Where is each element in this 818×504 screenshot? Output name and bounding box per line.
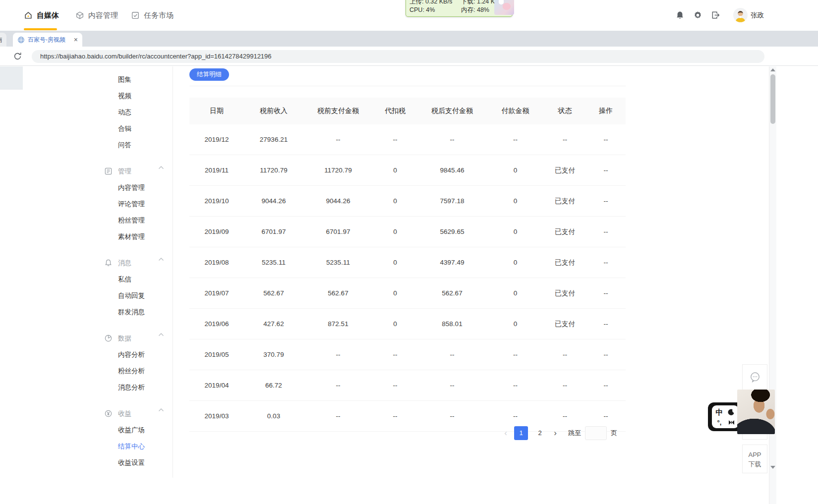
user-avatar[interactable] — [733, 8, 748, 22]
table-cell: 370.79 — [244, 339, 303, 370]
clipped-tab-fragment[interactable]: 南 — [0, 33, 6, 47]
active-nav-underline — [24, 28, 57, 30]
app-download-line1: APP — [743, 450, 767, 459]
table-cell: -- — [586, 155, 626, 186]
table-cell: 9044.26 — [244, 186, 303, 217]
table-cell: 0 — [373, 186, 417, 217]
page-jump-input[interactable] — [585, 426, 607, 440]
table-cell: 562.67 — [244, 278, 303, 309]
logout-icon[interactable] — [711, 10, 720, 20]
nav-tab-content-management[interactable]: 内容管理 — [75, 0, 118, 31]
scroll-down-arrow-icon[interactable] — [770, 466, 775, 469]
table-cell: -- — [373, 370, 417, 401]
table-cell: 0 — [487, 278, 544, 309]
table-cell: -- — [417, 339, 487, 370]
table-cell: 2019/03 — [189, 401, 244, 432]
table-cell: 11720.79 — [303, 155, 373, 186]
reload-icon[interactable] — [13, 52, 22, 61]
table-cell: 0 — [487, 309, 544, 339]
globe-icon — [17, 36, 25, 44]
sidebar-item[interactable]: 素材管理 — [97, 228, 171, 245]
upload-speed: 上传: 0.32 KB/s — [409, 0, 461, 6]
sidebar-item[interactable]: 私信 — [97, 271, 171, 287]
table-cell: 9044.26 — [303, 186, 373, 217]
browser-tab-active[interactable]: 百家号-房视频 × — [13, 33, 82, 47]
screen: 自媒体 内容管理 任务市场 上传: 0.32 KB/s 下载: 1.24 KB/… — [0, 0, 818, 504]
table-cell: -- — [303, 370, 373, 401]
sidebar-item[interactable]: 收益广场 — [97, 422, 171, 438]
sidebar-section-header[interactable]: 收益 — [97, 405, 171, 422]
sidebar-section-label: 消息 — [97, 259, 131, 267]
sidebar-item[interactable]: 群发消息 — [97, 304, 171, 320]
clipped-tab-label: 南 — [0, 33, 2, 47]
table-cell: 2019/09 — [189, 217, 244, 247]
table-cell: 872.51 — [303, 309, 373, 339]
sidebar-item[interactable]: 图集 — [97, 71, 171, 88]
nav-tab-self-media[interactable]: 自媒体 — [24, 0, 59, 31]
sidebar-item[interactable]: 消息分析 — [97, 379, 171, 395]
table-cell: 2019/11 — [189, 155, 244, 186]
table-row: 2019/1111720.7911720.7909845.460已支付-- — [189, 155, 626, 186]
scrollbar[interactable] — [769, 66, 776, 504]
sidebar-section-header[interactable]: 管理 — [97, 163, 171, 179]
browser-tab-strip: 南 百家号-房视频 × — [0, 31, 818, 47]
table-cell: 6701.97 — [303, 217, 373, 247]
table-cell: 4397.49 — [417, 247, 487, 278]
table-row: 2019/085235.115235.1104397.490已支付-- — [189, 247, 626, 278]
table-cell: 2019/07 — [189, 278, 244, 309]
table-header-row: 日期税前收入税前支付金额代扣税税后支付金额付款金额状态操作 — [189, 98, 626, 124]
sidebar-item[interactable]: 评论管理 — [97, 196, 171, 212]
settings-gear-icon[interactable] — [693, 10, 702, 20]
settlement-detail-button[interactable]: 结算明细 — [189, 68, 229, 81]
app-download-button[interactable]: APP 下载 — [742, 445, 767, 473]
page-button-2[interactable]: 2 — [533, 426, 547, 440]
chevron-up-icon — [158, 332, 164, 338]
column-header: 代扣税 — [373, 98, 417, 124]
prev-page-button[interactable]: ‹ — [500, 428, 512, 438]
pagination: ‹ 1 2 › 跳至 页 — [500, 426, 617, 440]
tab-title: 百家号-房视频 — [28, 36, 65, 44]
page-button-1[interactable]: 1 — [514, 426, 528, 440]
chat-bubble-icon[interactable] — [749, 371, 761, 383]
scrollbar-thumb[interactable] — [770, 74, 775, 124]
user-name[interactable]: 张政 — [751, 11, 764, 20]
sidebar-item[interactable]: 问答 — [97, 137, 171, 153]
table-cell: -- — [373, 401, 417, 432]
table-cell: -- — [487, 339, 544, 370]
table-cell: -- — [417, 370, 487, 401]
sidebar-item[interactable]: 粉丝分析 — [97, 363, 171, 379]
notifications-bell-icon[interactable] — [675, 10, 685, 20]
sidebar-item[interactable]: 视频 — [97, 88, 171, 104]
table-cell: 已支付 — [544, 309, 586, 339]
sidebar-item[interactable]: 合辑 — [97, 120, 171, 137]
table-cell: 5235.11 — [244, 247, 303, 278]
sidebar-section-header[interactable]: 消息 — [97, 255, 171, 271]
sidebar-section-header[interactable]: 数据 — [97, 330, 171, 346]
sidebar-item[interactable]: 动态 — [97, 104, 171, 120]
table-cell: -- — [586, 124, 626, 155]
scroll-up-arrow-icon[interactable] — [770, 68, 775, 71]
table-row: 2019/096701.976701.9705629.650已支付-- — [189, 217, 626, 247]
ime-punctuation-indicator: °, — [717, 419, 722, 426]
address-bar[interactable]: https://baijiahao.baidu.com/builder/rc/a… — [32, 50, 764, 63]
nav-tab-task-market[interactable]: 任务市场 — [131, 0, 174, 31]
top-app-bar: 自媒体 内容管理 任务市场 上传: 0.32 KB/s 下载: 1.24 KB/… — [0, 0, 818, 31]
sidebar-item[interactable]: 内容分析 — [97, 346, 171, 363]
table-cell: -- — [586, 339, 626, 370]
sidebar-item[interactable]: 自动回复 — [97, 287, 171, 304]
sidebar-item[interactable]: 收益设置 — [97, 454, 171, 471]
sidebar-section-label: 数据 — [97, 335, 131, 342]
table-cell: 9845.46 — [417, 155, 487, 186]
column-header: 税前支付金额 — [303, 98, 373, 124]
table-cell: 0 — [373, 309, 417, 339]
table-cell: -- — [544, 370, 586, 401]
next-page-button[interactable]: › — [549, 428, 561, 438]
sidebar-item[interactable]: 内容管理 — [97, 179, 171, 196]
table-cell: 0 — [487, 186, 544, 217]
nav-label: 自媒体 — [37, 11, 59, 20]
sidebar-item[interactable]: 结算中心 — [97, 438, 171, 454]
ime-language-indicator: 中 — [716, 408, 723, 417]
sidebar-item[interactable]: 粉丝管理 — [97, 212, 171, 228]
tab-close-icon[interactable]: × — [74, 36, 78, 43]
table-cell: 已支付 — [544, 155, 586, 186]
